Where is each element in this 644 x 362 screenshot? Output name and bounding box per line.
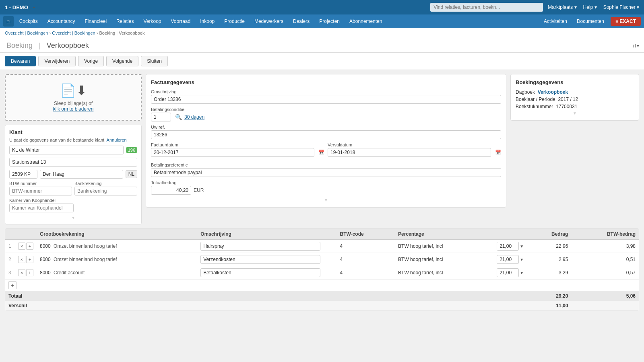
bewaren-button[interactable]: Bewaren bbox=[5, 56, 36, 66]
betaling-search-icon[interactable]: 🔍 bbox=[175, 114, 182, 120]
row-add-button[interactable]: + bbox=[26, 243, 33, 250]
city-input[interactable] bbox=[40, 170, 123, 179]
omschrijving-row-input[interactable] bbox=[200, 255, 320, 264]
client-name-input[interactable] bbox=[9, 146, 124, 154]
row-action-buttons: × + bbox=[18, 243, 33, 250]
breadcrumb-link-1[interactable]: Overzicht | Boekingen bbox=[5, 31, 48, 35]
totaal-label: Totaal bbox=[5, 291, 527, 301]
client-box: Klant U past de gegevens aan van de best… bbox=[5, 125, 142, 224]
percentage-input[interactable] bbox=[497, 268, 519, 277]
marktplaats-link[interactable]: Marktplaats ▾ bbox=[548, 4, 576, 10]
browse-link[interactable]: klik om te bladeren bbox=[53, 106, 94, 112]
documenten-link[interactable]: Documenten bbox=[574, 17, 607, 26]
factuurdatum-input[interactable] bbox=[151, 148, 314, 157]
nav-financieel[interactable]: Financieel bbox=[80, 17, 111, 26]
address-group: Stationstraat 13 bbox=[9, 158, 137, 167]
btw-input[interactable] bbox=[9, 187, 72, 195]
percentage-dropdown-icon[interactable]: ▼ bbox=[520, 244, 524, 249]
client-name-group: 196 bbox=[9, 146, 137, 154]
row-add-button[interactable]: + bbox=[26, 256, 33, 263]
omschrijving-input[interactable] bbox=[151, 95, 501, 104]
annuleren-link[interactable]: Annuleren bbox=[107, 138, 127, 142]
betaling-label: Betalingsconditie bbox=[151, 107, 501, 112]
nav-abonnementen[interactable]: Abonnementen bbox=[345, 17, 386, 26]
nav-inkoop[interactable]: Inkoop bbox=[196, 17, 219, 26]
uw-ref-input[interactable] bbox=[151, 130, 501, 139]
totaal-btw: 5,06 bbox=[571, 291, 639, 301]
row-add-button[interactable]: + bbox=[26, 269, 33, 276]
scroll-down-factuur: ▼ bbox=[151, 198, 501, 202]
main-content: 📄⬇ Sleep bijlage(s) of klik om te blader… bbox=[0, 70, 644, 228]
help-link[interactable]: Help ▾ bbox=[583, 4, 597, 10]
drop-zone[interactable]: 📄⬇ Sleep bijlage(s) of klik om te blader… bbox=[5, 74, 142, 121]
nav-verkoop[interactable]: Verkoop bbox=[139, 17, 165, 26]
search-input[interactable] bbox=[430, 3, 543, 12]
uw-ref-label: Uw ref. bbox=[151, 125, 501, 130]
totaalbedrag-input[interactable] bbox=[151, 186, 191, 195]
btw-desc: BTW hoog tarief, incl bbox=[398, 243, 443, 249]
row-delete-button[interactable]: × bbox=[18, 269, 25, 276]
percentage-dropdown-icon[interactable]: ▼ bbox=[520, 271, 524, 275]
address-input[interactable] bbox=[9, 158, 137, 167]
table-row: 2 × + 8000 Omzet binnenland hoog tarief … bbox=[5, 253, 639, 266]
omschrijving-row-input[interactable] bbox=[200, 268, 320, 277]
user-link[interactable]: Sophie Fischer ▾ bbox=[603, 4, 639, 10]
nav-cockpits[interactable]: Cockpits bbox=[15, 17, 42, 26]
nav-relaties[interactable]: Relaties bbox=[112, 17, 138, 26]
volgende-button[interactable]: Volgende bbox=[106, 56, 138, 66]
kvk-label: Kamer van Koophandel bbox=[9, 198, 137, 203]
betalingsref-input[interactable] bbox=[151, 168, 501, 177]
sluiten-button[interactable]: Sluiten bbox=[141, 56, 168, 66]
percentage-dropdown-icon[interactable]: ▼ bbox=[520, 257, 524, 262]
percentage-input[interactable] bbox=[497, 242, 519, 251]
add-line-button[interactable]: + bbox=[8, 281, 17, 289]
omschrijving-row-input[interactable] bbox=[200, 242, 320, 251]
bank-input[interactable] bbox=[74, 187, 137, 195]
nav-productie[interactable]: Productie bbox=[220, 17, 249, 26]
betaling-input[interactable] bbox=[151, 113, 171, 121]
vervaldatum-input[interactable] bbox=[328, 148, 491, 157]
activiteiten-link[interactable]: Activiteiten bbox=[541, 17, 570, 26]
percentage-input[interactable] bbox=[497, 255, 519, 264]
table-header-row: Grootboekrekening Omschrijving BTW-code … bbox=[5, 229, 639, 240]
client-title: Klant bbox=[9, 129, 137, 135]
nav-voorraad[interactable]: Voorraad bbox=[167, 17, 195, 26]
top-nav-links: Marktplaats ▾ Help ▾ Sophie Fischer ▾ bbox=[548, 4, 639, 10]
sec-nav: ⌂ Cockpits Accountancy Financieel Relati… bbox=[0, 14, 644, 28]
postal-input[interactable] bbox=[9, 170, 37, 179]
row-delete-button[interactable]: × bbox=[18, 256, 25, 263]
betaling-link[interactable]: 30 dagen bbox=[184, 114, 204, 120]
table-row: 3 × + 8000 Credit account 4 BTW hoog tar… bbox=[5, 266, 639, 280]
btw-bedrag-cell: 0,51 bbox=[571, 253, 639, 266]
nav-dealers[interactable]: Dealers bbox=[289, 17, 314, 26]
home-button[interactable]: ⌂ bbox=[3, 16, 14, 27]
nav-projecten[interactable]: Projecten bbox=[315, 17, 344, 26]
account-desc: Credit account bbox=[54, 270, 85, 276]
upload-icon: 📄⬇ bbox=[60, 83, 87, 98]
col-btw-code: BTW-code bbox=[337, 229, 395, 240]
verwijderen-button[interactable]: Verwijderen bbox=[38, 56, 76, 66]
vorige-button[interactable]: Vorige bbox=[78, 56, 104, 66]
dagboek-value: Verkoopboek bbox=[538, 89, 568, 95]
col-actions bbox=[15, 229, 37, 240]
kvk-input[interactable] bbox=[9, 204, 74, 212]
vervaldatum-calendar-icon[interactable]: 📅 bbox=[495, 150, 501, 155]
account-code: 8000 bbox=[40, 243, 51, 249]
factuurdatum-calendar-icon[interactable]: 📅 bbox=[318, 150, 324, 155]
lines-table-section: Grootboekrekening Omschrijving BTW-code … bbox=[5, 228, 639, 311]
verschil-row: Verschil 11,00 bbox=[5, 301, 639, 311]
exact-button[interactable]: ≡ EXACT bbox=[611, 17, 641, 26]
nav-medewerkers[interactable]: Medewerkers bbox=[250, 17, 287, 26]
sec-nav-right: Activiteiten Documenten ≡ EXACT bbox=[541, 17, 641, 26]
bedrag-cell: 3,29 bbox=[527, 266, 571, 280]
breadcrumb: Overzicht | Boekingen › Overzicht | Boek… bbox=[0, 28, 644, 38]
client-notice: U past de gegevens aan van de bestaande … bbox=[9, 138, 137, 142]
account-desc: Omzet binnenland hoog tarief bbox=[54, 257, 117, 262]
breadcrumb-link-2[interactable]: Overzicht | Boekingen bbox=[52, 31, 95, 35]
periode-value: 2017 / 12 bbox=[558, 97, 578, 102]
page-options-icon[interactable]: iT▾ bbox=[633, 43, 639, 49]
row-delete-button[interactable]: × bbox=[18, 243, 25, 250]
country-badge: NL bbox=[126, 170, 137, 178]
account-code: 8000 bbox=[40, 270, 51, 276]
nav-accountancy[interactable]: Accountancy bbox=[43, 17, 79, 26]
